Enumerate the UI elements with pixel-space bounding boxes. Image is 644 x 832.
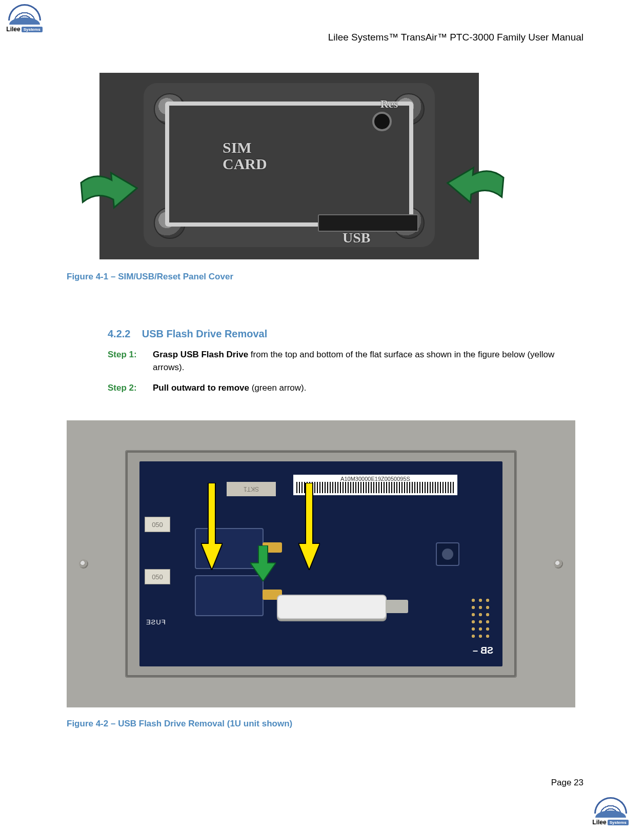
step-row: Step 1: Grasp USB Flash Drive from the t… <box>108 349 569 374</box>
section-number: 4.2.2 <box>108 328 130 339</box>
brand-text: Lilee <box>592 819 606 826</box>
reset-hole-icon <box>372 112 392 131</box>
barcode-text: A10M30000E19Z0050095S <box>296 476 454 482</box>
figure-4-2-image: SKT1 A10M30000E19Z0050095S 050 050 FUSE … <box>67 420 575 707</box>
component-050: 050 <box>145 517 170 532</box>
sim-label-2: CARD <box>223 155 267 172</box>
fuse-label: FUSE <box>146 618 166 626</box>
manual-page: Lilee Systems Lilee Systems™ TransAir™ P… <box>0 0 644 832</box>
steps-list: Step 1: Grasp USB Flash Drive from the t… <box>108 349 569 403</box>
brand-chip: Systems <box>608 820 629 825</box>
reset-label: Res <box>380 97 398 111</box>
figure-4-1-image: SIM CARD USB Res <box>99 73 479 259</box>
pcb-board: SKT1 A10M30000E19Z0050095S 050 050 FUSE … <box>139 461 502 666</box>
brand-wordmark: Lilee Systems <box>592 819 628 826</box>
step-rest: (green arrow). <box>249 383 306 393</box>
page-number: Page 23 <box>551 778 583 788</box>
case-screw-icon <box>554 559 563 569</box>
green-arrow-down-icon <box>250 545 276 581</box>
green-arrow-left-icon <box>75 168 140 219</box>
section-title: USB Flash Drive Removal <box>142 328 268 339</box>
step-bold: Pull outward to remove <box>153 383 249 393</box>
sim-card-label: SIM CARD <box>223 139 267 172</box>
step-body: Pull outward to remove (green arrow). <box>153 382 306 395</box>
sim-label-1: SIM <box>223 139 252 156</box>
brand-logo-top: Lilee Systems <box>5 4 44 33</box>
step-row: Step 2: Pull outward to remove (green ar… <box>108 382 569 395</box>
yellow-arrow-down-icon <box>298 483 320 570</box>
usb-flash-drive <box>277 595 387 619</box>
yellow-arrow-down-icon <box>201 483 223 570</box>
section-heading: 4.2.2 USB Flash Drive Removal <box>108 328 267 340</box>
brand-logo-bottom: Lilee Systems <box>591 797 630 826</box>
step-label: Step 1: <box>108 349 144 374</box>
usb-slot <box>318 214 418 232</box>
skt-label: SKT1 <box>227 482 276 496</box>
pin-header-icon <box>470 597 492 638</box>
reset-button-icon <box>436 542 459 566</box>
step-label: Step 2: <box>108 382 144 395</box>
usb-label: USB <box>343 230 370 246</box>
barcode-bars-icon <box>296 482 454 493</box>
sb-marking: SB – <box>473 645 493 656</box>
brand-wordmark: Lilee Systems <box>6 26 42 33</box>
brand-text: Lilee <box>6 26 20 33</box>
page-title: Lilee Systems™ TransAir™ PTC-3000 Family… <box>328 32 583 43</box>
figure-4-1-caption: Figure 4-1 – SIM/USB/Reset Panel Cover <box>67 272 233 282</box>
component-050: 050 <box>145 569 170 584</box>
chassis-opening: SKT1 A10M30000E19Z0050095S 050 050 FUSE … <box>125 450 517 678</box>
figure-4-2-caption: Figure 4-2 – USB Flash Drive Removal (1U… <box>67 719 292 729</box>
case-screw-icon <box>79 559 88 569</box>
step-bold: Grasp USB Flash Drive <box>153 350 248 359</box>
green-arrow-right-icon <box>444 163 509 214</box>
panel-cover: SIM CARD USB Res <box>144 83 435 247</box>
brand-chip: Systems <box>22 27 43 32</box>
step-body: Grasp USB Flash Drive from the top and b… <box>153 349 569 374</box>
